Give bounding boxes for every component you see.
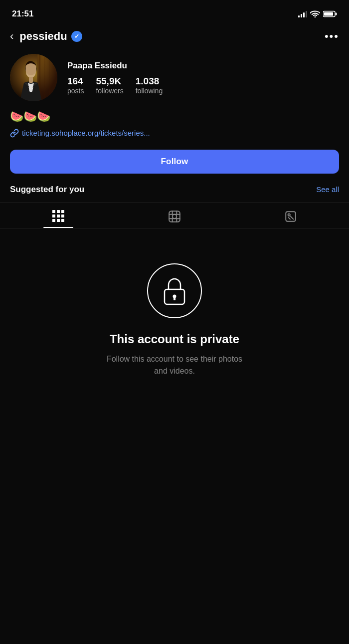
avatar-image [10,54,57,101]
profile-top: Paapa Essiedu 164 posts 55,9K followers … [10,54,339,101]
posts-stat[interactable]: 164 posts [67,76,84,95]
suggested-title: Suggested for you [10,185,84,195]
tab-reels[interactable] [116,203,232,228]
grid-icon [52,210,64,222]
following-stat[interactable]: 1.038 following [136,76,163,95]
posts-label: posts [67,87,84,95]
private-account-title: This account is private [110,332,239,346]
svg-rect-9 [29,77,33,83]
bio-emojis: 🍉🍉🍉 [10,109,339,125]
tab-grid[interactable] [0,203,116,228]
svg-rect-11 [169,211,180,222]
followers-label: followers [96,87,123,95]
username-label: pessiedu [19,30,67,43]
svg-rect-1 [324,12,333,16]
svg-point-12 [173,214,177,218]
avatar-svg [10,54,57,101]
bio-section: 🍉🍉🍉 ticketing.sohoplace.org/tickets/seri… [0,109,349,138]
posts-count: 164 [67,76,83,87]
reels-icon [168,210,181,223]
profile-stats: Paapa Essiedu 164 posts 55,9K followers … [67,61,339,95]
bio-link-text: ticketing.sohoplace.org/tickets/series..… [22,129,150,137]
tab-bar [0,203,349,228]
profile-section: Paapa Essiedu 164 posts 55,9K followers … [0,48,349,101]
svg-rect-4 [37,54,57,101]
link-icon [10,129,19,138]
following-count: 1.038 [136,76,160,87]
profile-header: ‹ pessiedu ✓ ••• [0,25,349,48]
private-account-subtitle: Follow this account to see their photos … [100,353,249,377]
suggested-header: Suggested for you See all [10,185,339,195]
follow-button-container: Follow [0,143,349,183]
verified-badge: ✓ [71,31,82,42]
private-account-section: This account is private Follow this acco… [0,228,349,397]
back-button[interactable]: ‹ [10,30,13,43]
more-options-button[interactable]: ••• [325,30,339,43]
status-bar: 21:51 [0,0,349,25]
following-label: following [136,87,163,95]
svg-rect-2 [336,13,337,15]
header-left: ‹ pessiedu ✓ [10,30,82,43]
avatar [10,54,57,101]
followers-stat[interactable]: 55,9K followers [96,76,123,95]
status-icons [298,10,337,17]
followers-count: 55,9K [96,76,121,87]
status-time: 21:51 [12,9,33,19]
follow-button[interactable]: Follow [10,150,339,174]
display-name: Paapa Essiedu [67,61,339,71]
lock-circle [147,263,202,318]
svg-rect-23 [174,297,175,300]
stats-row: 164 posts 55,9K followers 1.038 followin… [67,76,339,95]
username-container: pessiedu ✓ [19,30,82,43]
bio-link[interactable]: ticketing.sohoplace.org/tickets/series..… [10,129,339,138]
wifi-icon [310,10,320,17]
battery-icon [323,10,337,17]
signal-icon [298,10,307,17]
tagged-icon [284,210,297,223]
svg-point-20 [288,214,290,215]
lock-icon [162,276,187,305]
suggested-section: Suggested for you See all [0,183,349,203]
tab-tagged[interactable] [233,203,349,228]
see-all-button[interactable]: See all [316,185,339,194]
